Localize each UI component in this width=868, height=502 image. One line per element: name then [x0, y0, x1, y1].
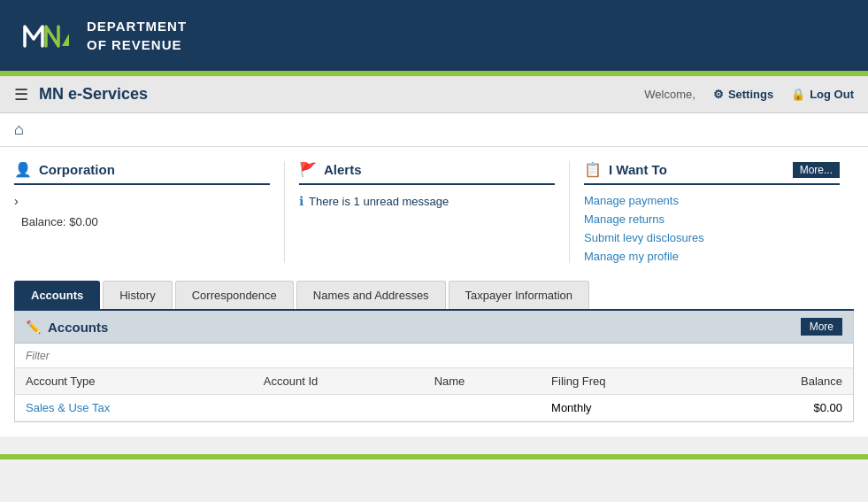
alerts-header: 🚩 Alerts [299, 161, 555, 185]
filing-freq-cell: Monthly [541, 395, 711, 421]
balance-cell: $0.00 [711, 395, 853, 421]
submit-levy-link[interactable]: Submit levy disclosures [584, 231, 840, 244]
alert-message[interactable]: There is 1 unread message [309, 195, 449, 208]
gear-icon: ⚙ [713, 88, 724, 101]
edit-icon: ✏️ [26, 320, 41, 334]
logout-label: Log Out [810, 88, 854, 101]
tab-bar: Accounts History Correspondence Names an… [14, 281, 854, 311]
site-header: DEPARTMENT OF REVENUE [0, 0, 868, 71]
alerts-title: Alerts [324, 162, 362, 177]
clipboard-icon: 📋 [584, 161, 602, 178]
tab-names-addresses[interactable]: Names and Addresses [296, 281, 446, 309]
corporation-title: Corporation [39, 162, 115, 177]
hamburger-menu-icon[interactable]: ☰ [14, 85, 28, 104]
accounts-table-body: Sales & Use Tax Monthly $0.00 [15, 395, 853, 421]
more-button[interactable]: More... [793, 162, 840, 178]
account-id-cell [253, 395, 424, 421]
department-name: DEPARTMENT OF REVENUE [87, 17, 187, 54]
bottom-accent-bar [0, 454, 868, 460]
filter-row [15, 344, 853, 368]
table-row: Sales & Use Tax Monthly $0.00 [15, 395, 853, 421]
corporation-header: 👤 Corporation [14, 161, 270, 185]
col-account-id: Account Id [253, 368, 424, 395]
col-balance: Balance [711, 368, 853, 395]
accounts-panel-title-text: Accounts [48, 320, 108, 335]
info-icon: ℹ [299, 194, 303, 208]
tab-correspondence[interactable]: Correspondence [175, 281, 294, 309]
manage-payments-link[interactable]: Manage payments [584, 194, 840, 207]
col-account-type: Account Type [15, 368, 253, 395]
accounts-more-button[interactable]: More [801, 318, 842, 336]
col-filing-freq: Filing Freq [541, 368, 711, 395]
person-icon: 👤 [14, 161, 32, 178]
i-want-to-column: 📋 I Want To More... Manage payments Mana… [570, 161, 854, 263]
name-cell [424, 395, 541, 421]
accounts-panel-title-group: ✏️ Accounts [26, 320, 108, 335]
navbar-left: ☰ MN e-Services [14, 85, 148, 104]
settings-label: Settings [728, 88, 773, 101]
lock-icon: 🔒 [791, 88, 805, 101]
mn-logo [21, 16, 74, 55]
tab-history[interactable]: History [103, 281, 172, 309]
main-navbar: ☰ MN e-Services Welcome, ⚙ Settings 🔒 Lo… [0, 76, 868, 113]
col-name: Name [424, 368, 541, 395]
tab-accounts[interactable]: Accounts [14, 281, 100, 309]
home-row: ⌂ [0, 113, 868, 147]
welcome-text: Welcome, [644, 88, 695, 101]
nav-title: MN e-Services [39, 85, 148, 104]
account-type-cell[interactable]: Sales & Use Tax [15, 395, 253, 421]
accounts-panel: ✏️ Accounts More Account Type Account Id… [14, 311, 854, 422]
dashboard-columns: 👤 Corporation › Balance: $0.00 🚩 Alerts … [14, 161, 854, 263]
manage-profile-link[interactable]: Manage my profile [584, 250, 840, 263]
navbar-right: Welcome, ⚙ Settings 🔒 Log Out [644, 88, 854, 101]
alert-item: ℹ There is 1 unread message [299, 194, 555, 208]
accounts-table: Account Type Account Id Name Filing Freq… [15, 368, 853, 421]
manage-returns-link[interactable]: Manage returns [584, 212, 840, 226]
flag-icon: 🚩 [299, 161, 317, 178]
logout-button[interactable]: 🔒 Log Out [791, 88, 854, 101]
settings-button[interactable]: ⚙ Settings [713, 88, 773, 101]
accounts-panel-header: ✏️ Accounts More [15, 311, 853, 344]
main-content: 👤 Corporation › Balance: $0.00 🚩 Alerts … [0, 147, 868, 436]
corporation-column: 👤 Corporation › Balance: $0.00 [14, 161, 285, 263]
corporation-expand-chevron[interactable]: › [14, 194, 270, 208]
corporation-balance: Balance: $0.00 [21, 215, 270, 228]
i-want-to-header: 📋 I Want To More... [584, 161, 840, 185]
alerts-column: 🚩 Alerts ℹ There is 1 unread message [285, 161, 570, 263]
tab-taxpayer-info[interactable]: Taxpayer Information [449, 281, 589, 309]
want-to-links: Manage payments Manage returns Submit le… [584, 194, 840, 263]
header-logo: DEPARTMENT OF REVENUE [21, 16, 187, 55]
home-icon[interactable]: ⌂ [14, 120, 24, 138]
filter-input[interactable] [26, 350, 842, 362]
i-want-to-title: I Want To [609, 162, 667, 177]
accounts-table-head: Account Type Account Id Name Filing Freq… [15, 368, 853, 395]
